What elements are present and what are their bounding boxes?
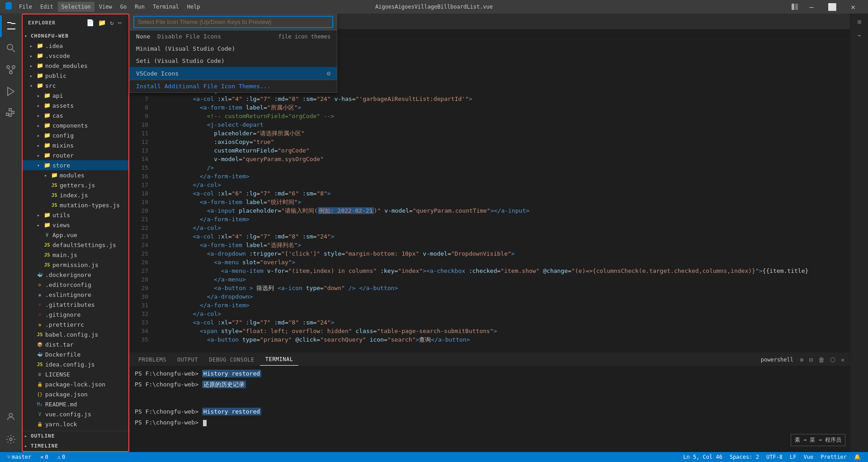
tree-item-dockerfile[interactable]: ▸ 🐳 Dockerfile xyxy=(23,349,128,359)
tree-item-readmemd[interactable]: ▸ M↓ README.md xyxy=(23,399,128,409)
refresh-icon[interactable]: ↻ xyxy=(109,18,115,27)
tree-item-ideaconfigjs[interactable]: ▸ JS idea.config.js xyxy=(23,359,128,369)
dropdown-seti-label: Seti (Visual Studio Code) xyxy=(136,57,225,64)
remote-icon[interactable]: ⌁ xyxy=(852,29,867,42)
tree-item-dockerignore[interactable]: ▸ 🐳 .dockerignore xyxy=(23,270,128,280)
ideaconfigjs-label: idea.config.js xyxy=(45,361,95,368)
panel-close-icon[interactable]: ✕ xyxy=(839,355,846,364)
tree-item-indexjs[interactable]: ▸ JS index.js xyxy=(23,190,128,200)
panel-maximize-icon[interactable]: ⬡ xyxy=(828,355,837,364)
activity-settings[interactable] xyxy=(0,429,22,450)
menu-view[interactable]: View xyxy=(95,2,116,12)
status-branch[interactable]: ⑂ master xyxy=(5,454,33,460)
menu-help[interactable]: Help xyxy=(184,2,204,12)
activity-debug[interactable] xyxy=(0,81,22,102)
activity-explorer[interactable] xyxy=(0,15,22,37)
tree-item-packagelock[interactable]: ▸ 🔒 package-lock.json xyxy=(23,379,128,389)
new-file-icon[interactable]: 📄 xyxy=(85,18,95,27)
gitattributes-label: .gitattributes xyxy=(45,301,95,308)
tree-item-eslintignore[interactable]: ▸ ◉ .eslintignore xyxy=(23,290,128,300)
status-encoding[interactable]: UTF-8 xyxy=(764,454,784,460)
tree-item-babelconfig[interactable]: ▸ JS babel.config.js xyxy=(23,329,128,339)
tree-item-config[interactable]: ▸ 📁 config xyxy=(23,130,128,140)
menu-edit[interactable]: Edit xyxy=(37,2,57,12)
dropdown-item-seti[interactable]: Seti (Visual Studio Code) xyxy=(130,55,337,67)
activity-source-control[interactable] xyxy=(0,59,22,81)
status-language[interactable]: Vue xyxy=(802,454,816,460)
tree-item-mixins[interactable]: ▸ 📁 mixins xyxy=(23,140,128,150)
status-spaces[interactable]: Spaces: 2 xyxy=(728,454,761,460)
outline-section[interactable]: ▸ OUTLINE xyxy=(23,431,128,441)
new-folder-icon[interactable]: 📁 xyxy=(97,18,107,27)
tree-root[interactable]: ▾ CHONGFU-WEB xyxy=(23,31,128,41)
terminal-content[interactable]: PS F:\chongfu-web> History restored PS F… xyxy=(129,367,850,452)
tree-item-permission[interactable]: ▸ JS permission.js xyxy=(23,260,128,270)
tree-item-views[interactable]: ▸ 📁 views xyxy=(23,220,128,230)
tree-item-defaultsettings[interactable]: ▸ JS defaultSettings.js xyxy=(23,240,128,250)
tree-item-vueconfig[interactable]: ▸ V vue.config.js xyxy=(23,409,128,419)
layout-icon[interactable]: ⊞ xyxy=(852,15,867,28)
tree-item-router[interactable]: ▸ 📁 router xyxy=(23,150,128,160)
tree-item-components[interactable]: ▸ 📁 components xyxy=(23,120,128,130)
tree-item-node-modules[interactable]: ▸ 📁 node_modules xyxy=(23,61,128,71)
tree-item-vscode[interactable]: ▸ 📁 .vscode xyxy=(23,51,128,61)
status-eol[interactable]: LF xyxy=(788,454,798,460)
outline-label: OUTLINE xyxy=(31,433,55,439)
activity-search[interactable] xyxy=(0,37,22,59)
tree-item-utils[interactable]: ▸ 📁 utils xyxy=(23,210,128,220)
status-notification[interactable]: 🔔 xyxy=(852,454,863,460)
activity-extensions[interactable] xyxy=(0,102,22,124)
tree-item-getters[interactable]: ▸ JS getters.js xyxy=(23,180,128,190)
tree-item-packagejson[interactable]: ▸ {} package.json xyxy=(23,389,128,399)
file-icon-theme-dropdown[interactable]: None Disable File Icons file icon themes… xyxy=(129,14,337,93)
tree-item-mutation[interactable]: ▸ JS mutation-types.js xyxy=(23,200,128,210)
packagejson-label: package.json xyxy=(45,391,88,398)
status-errors[interactable]: ✕ 0 xyxy=(38,454,50,460)
icon-theme-search-input[interactable] xyxy=(133,16,333,28)
tree-item-assets[interactable]: ▸ 📁 assets xyxy=(23,100,128,110)
tree-item-idea[interactable]: ▸ 📁 .idea xyxy=(23,41,128,51)
tree-item-license[interactable]: ▸ © LICENSE xyxy=(23,369,128,379)
activity-account[interactable] xyxy=(0,406,22,428)
status-prettier[interactable]: Prettier xyxy=(819,454,849,460)
tree-item-mainjs[interactable]: ▸ JS main.js xyxy=(23,250,128,260)
panel-tab-debug[interactable]: DEBUG CONSOLE xyxy=(203,354,259,366)
minimize-button[interactable]: — xyxy=(801,0,822,14)
tree-item-modules[interactable]: ▸ 📁 modules xyxy=(23,170,128,180)
dropdown-item-minimal[interactable]: Minimal (Visual Studio Code) xyxy=(130,43,337,55)
tree-item-store[interactable]: ▾ 📁 store xyxy=(23,160,128,170)
close-button[interactable]: ✕ xyxy=(843,0,863,14)
panel-tab-problems[interactable]: PROBLEMS xyxy=(133,354,172,366)
tree-item-gitattributes[interactable]: ▸ ⑂ .gitattributes xyxy=(23,300,128,310)
menu-run[interactable]: Run xyxy=(131,2,148,12)
tree-item-disttar[interactable]: ▸ 📦 dist.tar xyxy=(23,339,128,349)
new-terminal-icon[interactable]: ⊕ xyxy=(798,355,805,364)
panel-tab-terminal[interactable]: TERMINAL xyxy=(260,353,299,366)
collapse-icon[interactable]: ⋯ xyxy=(117,18,123,27)
menu-terminal[interactable]: Terminal xyxy=(149,2,183,12)
kill-terminal-icon[interactable]: 🗑 xyxy=(816,355,826,364)
tree-item-appvue[interactable]: ▸ V App.vue xyxy=(23,230,128,240)
status-position[interactable]: Ln 5, Col 46 xyxy=(681,454,724,460)
tree-item-prettierrc[interactable]: ▸ ✿ .prettierrc xyxy=(23,319,128,329)
tree-item-src[interactable]: ▾ 📁 src xyxy=(23,81,128,90)
tree-item-editorconfig[interactable]: ▸ ⚙ .editorconfig xyxy=(23,280,128,290)
tree-item-api[interactable]: ▸ 📁 api xyxy=(23,90,128,100)
tree-item-public[interactable]: ▸ 📁 public xyxy=(23,71,128,81)
menu-file[interactable]: File xyxy=(15,2,36,12)
babelconfig-label: babel.config.js xyxy=(45,331,98,338)
menu-go[interactable]: Go xyxy=(117,2,130,12)
timeline-section[interactable]: ▸ TIMELINE xyxy=(23,441,128,451)
panel-tab-output[interactable]: OUTPUT xyxy=(172,354,203,366)
dropdown-item-vscodicons[interactable]: VSCode Icons ⚙ xyxy=(130,67,337,80)
dropdown-item-none[interactable]: None Disable File Icons file icon themes xyxy=(130,30,337,43)
vscodicons-gear-icon[interactable]: ⚙ xyxy=(327,70,330,77)
status-warnings[interactable]: ⚠ 0 xyxy=(56,454,67,460)
tree-item-yarnlock[interactable]: ▸ 🔒 yarn.lock xyxy=(23,419,128,429)
tree-item-gitignore[interactable]: ▸ ⑂ .gitignore xyxy=(23,310,128,319)
tree-item-cas[interactable]: ▸ 📁 cas xyxy=(23,110,128,120)
menu-selection[interactable]: Selection xyxy=(58,2,94,12)
split-terminal-icon[interactable]: ⊟ xyxy=(807,355,814,364)
dropdown-install-link[interactable]: Install Additional File Icon Themes... xyxy=(130,80,337,92)
maximize-button[interactable]: ⬜ xyxy=(822,0,843,14)
